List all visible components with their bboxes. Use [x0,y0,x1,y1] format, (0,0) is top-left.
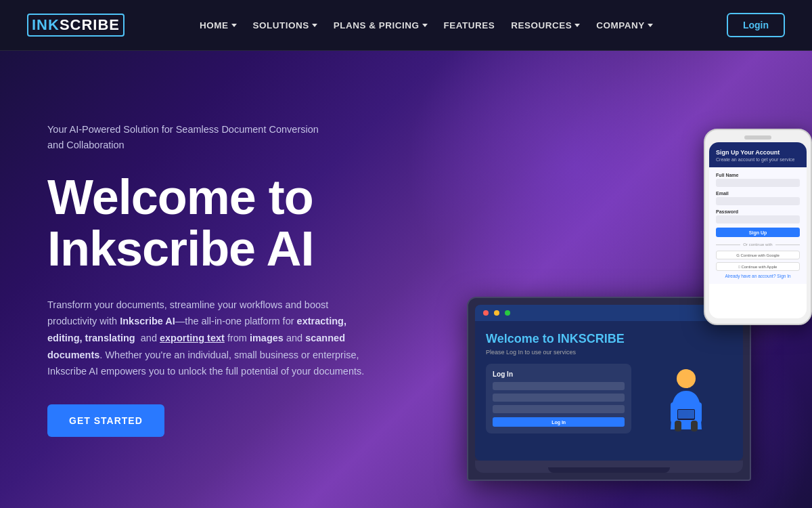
hero-desc-plain4: from [225,333,250,343]
nav-link-features[interactable]: FEATURES [437,16,502,35]
hero-desc-bold4: images [250,333,284,343]
nav-item-home[interactable]: HOME [193,16,244,35]
nav-link-resources[interactable]: RESOURCES [504,16,587,35]
phone-signin-link[interactable]: Already have an account? Sign In [716,274,800,278]
chevron-down-icon [574,24,580,27]
chevron-down-icon [312,24,317,27]
svg-point-0 [677,369,696,388]
phone-divider-line-right [775,245,800,245]
phone-email-input [716,197,800,205]
phone-or-text: Or continue with [743,242,772,247]
hero-desc-plain2: —the all-in-one platform for [175,316,297,326]
phone-divider: Or continue with [716,242,800,247]
nav-item-solutions[interactable]: SOLUTIONS [246,16,324,35]
dot-green [505,310,510,316]
nav-item-resources[interactable]: RESOURCES [504,16,587,35]
phone-apple-btn[interactable]:  Continue with Apple [716,262,800,271]
login-btn-mock: Log In [493,417,625,427]
phone-google-label: G Continue with Google [736,253,780,257]
navbar: INKSCRIBE HOME SOLUTIONS PLANS & PRICING [0,0,812,51]
nav-item-company[interactable]: COMPANY [589,16,660,35]
phone-apple-label:  Continue with Apple [739,265,777,269]
phone-google-btn[interactable]: G Continue with Google [716,251,800,259]
laptop-screen-header [475,305,743,321]
nav-link-company[interactable]: COMPANY [589,16,660,35]
hero-title-line2: Inkscribe AI [47,221,314,276]
hero-desc-bold1: Inkscribe AI [120,316,175,326]
phone-form-area: Full Name Email Password Sign Up Or cont… [709,167,807,284]
nav-link-home[interactable]: HOME [193,16,244,35]
hero-desc-bold3: exporting text [160,333,225,343]
hero-title-line1: Welcome to [47,170,313,224]
hero-desc-plain5: and [284,333,305,343]
hero-title: Welcome to Inkscribe AI [47,172,372,274]
logo-box: INKSCRIBE [27,14,125,37]
login-button[interactable]: Login [727,13,785,37]
hero-desc-plain3: and [135,333,160,343]
get-started-button[interactable]: GET STARTED [47,404,164,437]
nav-link-pricing[interactable]: PLANS & PRICING [327,16,434,35]
hero-description: Transform your documents, streamline you… [47,297,372,380]
phone-subtitle: Create an account to get your service [716,157,800,162]
phone-already-text: Already have an account? [725,274,775,278]
phone-pass-input [716,215,800,224]
nav-link-solutions[interactable]: SOLUTIONS [246,16,324,35]
phone-signup-label: Sign Up [749,230,767,235]
login-panel: Log In Log In [486,364,631,433]
dot-red [483,310,489,316]
phone-name-label: Full Name [716,173,800,177]
laptop-form-area: Log In Log In [486,364,732,433]
phone-signin-text: Sign In [777,274,790,278]
logo[interactable]: INKSCRIBE [27,14,126,37]
chevron-down-icon [231,24,237,27]
phone-screen: Sign Up Your Account Create an account t… [709,142,807,318]
svg-rect-1 [671,402,676,423]
svg-rect-4 [691,421,698,431]
hero-section: Your AI-Powered Solution for Seamless Do… [0,51,812,508]
chevron-down-icon [648,24,653,27]
svg-rect-2 [696,402,702,423]
nav-item-pricing[interactable]: PLANS & PRICING [327,16,434,35]
hero-illustration: Welcome to INKSCRIBE Please Log In to us… [447,115,812,508]
phone-name-input [716,179,800,187]
login-btn-text: Log In [551,420,566,425]
phone-email-label: Email [716,191,800,196]
nav-item-features[interactable]: FEATURES [437,16,502,35]
svg-rect-6 [678,410,694,419]
phone-mockup: Sign Up Your Account Create an account t… [704,129,812,325]
phone-signup-btn[interactable]: Sign Up [716,228,800,237]
phone-outer: Sign Up Your Account Create an account t… [704,129,812,325]
phone-screen-header: Sign Up Your Account Create an account t… [709,142,807,167]
email-field-mock [493,382,625,390]
laptop-screen-content: Welcome to INKSCRIBE Please Log In to us… [475,321,743,444]
phone-title: Sign Up Your Account [716,149,800,156]
name-field-mock [493,405,625,413]
nav-label-features: FEATURES [444,20,495,30]
nav-label-resources: RESOURCES [511,20,572,30]
chevron-down-icon [422,24,428,27]
phone-pass-label: Password [716,209,800,214]
laptop-screen-inner: Welcome to INKSCRIBE Please Log In to us… [475,305,743,461]
phone-notch [744,135,771,140]
phone-divider-line-left [716,245,740,245]
laptop-character-area [639,364,732,433]
nav-links: HOME SOLUTIONS PLANS & PRICING FEATURES … [193,16,660,35]
nav-label-pricing: PLANS & PRICING [334,20,420,30]
password-field-mock [493,394,625,402]
dot-yellow [494,310,499,316]
logo-text: INKSCRIBE [27,14,126,37]
nav-label-company: COMPANY [596,20,645,30]
character-illustration [662,365,710,433]
svg-rect-3 [675,421,681,431]
laptop-base [475,461,743,473]
login-panel-title: Log In [493,371,625,378]
laptop-welcome-text: Welcome to INKSCRIBE [486,332,732,346]
hero-content: Your AI-Powered Solution for Seamless Do… [0,81,420,478]
laptop-subtitle: Please Log In to use our services [486,349,732,356]
nav-label-home: HOME [200,20,229,30]
hero-subtitle: Your AI-Powered Solution for Seamless Do… [47,122,372,153]
nav-label-solutions: SOLUTIONS [253,20,309,30]
